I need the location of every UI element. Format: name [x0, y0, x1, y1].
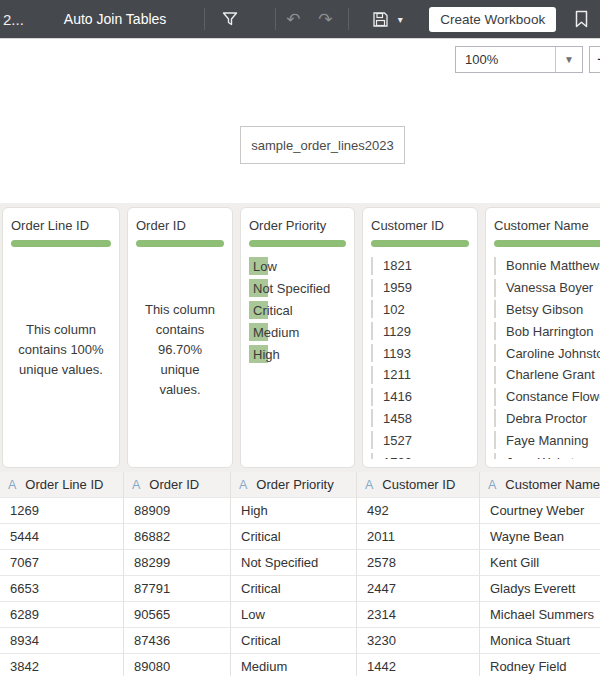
- value-item[interactable]: Low: [249, 255, 346, 277]
- table-cell: 1269: [0, 498, 124, 524]
- zoom-out-button[interactable]: −: [589, 46, 600, 73]
- value-label: Debra Proctor: [506, 411, 587, 426]
- value-label: Medium: [249, 325, 299, 340]
- value-item[interactable]: 1723: [371, 451, 469, 459]
- value-item[interactable]: 102: [371, 299, 469, 321]
- table-cell: Medium: [231, 654, 357, 676]
- value-label: Betsy Gibson: [506, 302, 583, 317]
- value-label: Faye Manning: [506, 433, 588, 448]
- table-cell: Kent Gill: [480, 550, 600, 576]
- table-row: 665387791Critical2447Gladys Everett: [0, 576, 600, 602]
- data-quality-bar: [249, 240, 346, 247]
- card-body: This column contains 96.70% unique value…: [136, 255, 224, 459]
- value-item[interactable]: Debra Proctor: [494, 408, 600, 430]
- value-label: 1959: [383, 280, 412, 295]
- toolbar-divider: [204, 8, 205, 30]
- value-item[interactable]: Vanessa Boyer: [494, 277, 600, 299]
- frequency-mini-bar-icon: [371, 453, 373, 459]
- value-item[interactable]: Medium: [249, 321, 346, 343]
- value-item[interactable]: 1193: [371, 342, 469, 364]
- value-item[interactable]: 1527: [371, 429, 469, 451]
- table-cell: 86882: [124, 524, 231, 550]
- top-toolbar: 2... Auto Join Tables ↶ ↷ ▾ Create Workb…: [0, 0, 600, 38]
- flow-title-truncated: 2...: [3, 11, 24, 28]
- card-body: Bonnie MatthewsVanessa BoyerBetsy Gibson…: [494, 255, 600, 459]
- profile-card-order-priority[interactable]: Order PriorityLowNot SpecifiedCriticalMe…: [240, 207, 355, 468]
- value-item[interactable]: Faye Manning: [494, 429, 600, 451]
- table-header-customer-name[interactable]: ACustomer Name: [480, 472, 600, 498]
- app-window: 2... Auto Join Tables ↶ ↷ ▾ Create Workb…: [0, 0, 600, 676]
- value-item[interactable]: High: [249, 343, 346, 365]
- value-item[interactable]: 1959: [371, 277, 469, 299]
- value-label: Not Specified: [249, 281, 330, 296]
- value-item[interactable]: Caroline Johnston: [494, 342, 600, 364]
- bookmark-icon[interactable]: [570, 10, 592, 28]
- table-cell: 2314: [357, 602, 480, 628]
- table-cell: Low: [231, 602, 357, 628]
- table-cell: 90565: [124, 602, 231, 628]
- value-item[interactable]: 1416: [371, 386, 469, 408]
- table-header-order-line-id[interactable]: AOrder Line ID: [0, 472, 124, 498]
- redo-icon[interactable]: ↷: [314, 11, 336, 28]
- frequency-mini-bar-icon: [494, 322, 496, 340]
- profile-card-customer-id[interactable]: Customer ID18211959102112911931211141614…: [362, 207, 478, 468]
- value-item[interactable]: Charlene Grant: [494, 364, 600, 386]
- save-icon[interactable]: [369, 11, 391, 28]
- table-cell: Courtney Weber: [480, 498, 600, 524]
- table-cell: 1442: [357, 654, 480, 676]
- undo-icon[interactable]: ↶: [282, 11, 304, 28]
- value-item[interactable]: Not Specified: [249, 277, 346, 299]
- table-cell: 87436: [124, 628, 231, 654]
- text-type-icon: A: [488, 478, 496, 492]
- zoom-level-select[interactable]: 100% ▼: [455, 46, 583, 73]
- unique-values-message: This column contains 96.70% unique value…: [141, 300, 219, 401]
- column-header-label: Order ID: [149, 477, 199, 492]
- table-cell: Monica Stuart: [480, 628, 600, 654]
- card-title: Customer Name: [494, 218, 600, 233]
- profile-card-order-id[interactable]: Order IDThis column contains 96.70% uniq…: [127, 207, 233, 468]
- table-cell: 6653: [0, 576, 124, 602]
- value-label: Critical: [249, 303, 293, 318]
- table-header-order-priority[interactable]: AOrder Priority: [231, 472, 357, 498]
- table-header-order-id[interactable]: AOrder ID: [124, 472, 231, 498]
- value-item[interactable]: 1821: [371, 255, 469, 277]
- value-item[interactable]: 1129: [371, 320, 469, 342]
- value-label: 1821: [383, 258, 412, 273]
- card-title: Order Priority: [249, 218, 346, 233]
- create-workbook-button[interactable]: Create Workbook: [429, 7, 556, 32]
- table-row: 126988909High492Courtney Weber: [0, 498, 600, 524]
- profile-card-order-line-id[interactable]: Order Line IDThis column contains 100% u…: [2, 207, 120, 468]
- zoom-level-value: 100%: [456, 52, 555, 67]
- value-item[interactable]: 1211: [371, 364, 469, 386]
- value-label: Vanessa Boyer: [506, 280, 593, 295]
- table-header-customer-id[interactable]: ACustomer ID: [357, 472, 480, 498]
- table-cell: 6289: [0, 602, 124, 628]
- value-item[interactable]: Constance Flowers: [494, 386, 600, 408]
- value-label: 1416: [383, 389, 412, 404]
- value-item[interactable]: Betsy Gibson: [494, 299, 600, 321]
- auto-join-tables-button[interactable]: Auto Join Tables: [64, 11, 166, 27]
- profile-card-customer-name[interactable]: Customer NameBonnie MatthewsVanessa Boye…: [485, 207, 600, 468]
- table-cell: 89080: [124, 654, 231, 676]
- filter-icon[interactable]: [215, 10, 245, 28]
- value-item[interactable]: Bonnie Matthews: [494, 255, 600, 277]
- value-label: 102: [383, 302, 405, 317]
- value-item[interactable]: 1458: [371, 408, 469, 430]
- table-row: 893487436Critical3230Monica Stuart: [0, 628, 600, 654]
- card-title: Order Line ID: [11, 218, 111, 233]
- value-item[interactable]: Critical: [249, 299, 346, 321]
- dataset-node[interactable]: sample_order_lines2023: [240, 126, 405, 164]
- table-cell: Gladys Everett: [480, 576, 600, 602]
- save-menu-caret-icon[interactable]: ▾: [393, 14, 407, 25]
- flow-canvas: 100% ▼ − sample_order_lines2023: [0, 38, 600, 203]
- frequency-mini-bar-icon: [494, 344, 496, 362]
- value-item[interactable]: Jean Webster: [494, 451, 600, 459]
- table-cell: 3842: [0, 654, 124, 676]
- table-cell: 88299: [124, 550, 231, 576]
- table-header-row: AOrder Line IDAOrder IDAOrder PriorityAC…: [0, 472, 600, 498]
- value-item[interactable]: Bob Harrington: [494, 320, 600, 342]
- frequency-mini-bar-icon: [494, 257, 496, 275]
- card-title: Customer ID: [371, 218, 469, 233]
- value-label: Low: [249, 259, 277, 274]
- table-cell: 87791: [124, 576, 231, 602]
